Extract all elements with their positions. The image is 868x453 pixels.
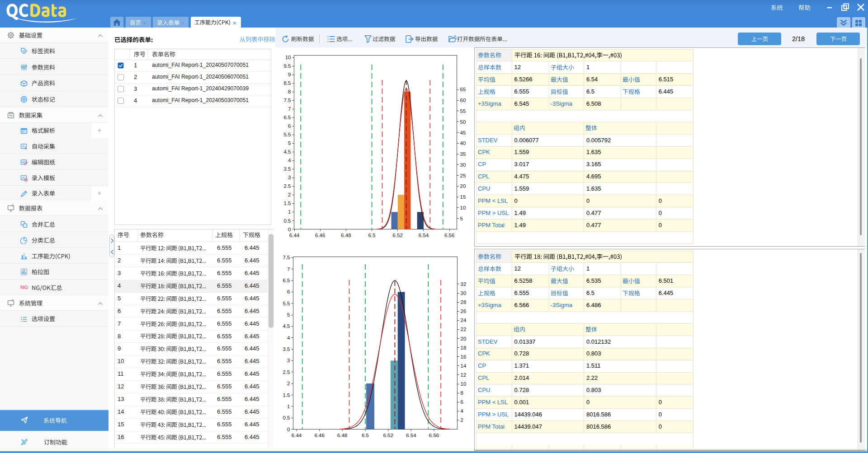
- svg-text:2: 2: [287, 381, 290, 386]
- svg-text:6: 6: [287, 289, 290, 294]
- svg-text:3.5: 3.5: [283, 346, 290, 352]
- svg-text:6.56: 6.56: [444, 233, 454, 238]
- svg-text:20: 20: [460, 183, 466, 189]
- svg-text:40: 40: [460, 140, 466, 146]
- svg-text:6: 6: [288, 123, 291, 129]
- svg-text:55: 55: [460, 108, 466, 114]
- svg-text:1.5: 1.5: [283, 392, 290, 398]
- svg-text:25: 25: [460, 173, 466, 178]
- svg-text:30: 30: [460, 162, 466, 168]
- svg-text:2: 2: [461, 417, 463, 423]
- svg-text:10: 10: [460, 205, 466, 210]
- svg-text:5: 5: [287, 312, 290, 318]
- svg-text:6.52: 6.52: [383, 433, 393, 438]
- svg-text:8: 8: [461, 390, 463, 396]
- svg-text:16: 16: [461, 354, 467, 360]
- svg-text:4.5: 4.5: [283, 323, 290, 329]
- svg-text:6.54: 6.54: [406, 433, 416, 438]
- svg-text:6.5: 6.5: [284, 115, 291, 120]
- svg-text:6.48: 6.48: [337, 433, 347, 438]
- svg-text:2.5: 2.5: [283, 369, 290, 375]
- svg-text:10: 10: [461, 381, 467, 387]
- svg-text:0.5: 0.5: [283, 415, 290, 420]
- svg-text:18: 18: [461, 345, 467, 350]
- svg-text:7.5: 7.5: [284, 98, 291, 103]
- svg-text:5.5: 5.5: [284, 132, 291, 137]
- svg-text:6: 6: [461, 399, 463, 405]
- svg-text:0.5: 0.5: [284, 218, 291, 224]
- svg-text:6.54: 6.54: [419, 233, 429, 238]
- svg-text:2: 2: [288, 192, 291, 197]
- svg-text:6.56: 6.56: [429, 433, 439, 438]
- svg-text:32: 32: [461, 281, 467, 287]
- svg-text:22: 22: [461, 327, 467, 332]
- svg-text:5: 5: [460, 216, 463, 221]
- svg-text:12: 12: [461, 372, 467, 378]
- svg-text:8.5: 8.5: [284, 80, 291, 86]
- svg-text:1: 1: [287, 404, 290, 409]
- svg-text:6.46: 6.46: [315, 433, 325, 438]
- svg-text:24: 24: [461, 318, 467, 323]
- svg-text:7: 7: [287, 266, 290, 272]
- svg-text:2.5: 2.5: [284, 183, 291, 189]
- svg-text:8: 8: [288, 89, 291, 94]
- svg-text:0: 0: [288, 227, 291, 232]
- svg-text:6.52: 6.52: [393, 233, 403, 238]
- svg-text:4: 4: [287, 335, 290, 341]
- svg-text:60: 60: [460, 98, 466, 103]
- svg-text:26: 26: [461, 308, 467, 314]
- svg-text:30: 30: [461, 290, 467, 296]
- svg-text:6.5: 6.5: [368, 233, 376, 238]
- svg-text:3: 3: [288, 175, 291, 180]
- svg-text:28: 28: [461, 299, 467, 305]
- svg-text:6.44: 6.44: [289, 233, 300, 238]
- svg-text:0: 0: [287, 427, 290, 432]
- svg-text:5.5: 5.5: [283, 301, 290, 306]
- svg-text:10: 10: [285, 55, 291, 60]
- svg-text:50: 50: [460, 119, 466, 125]
- svg-text:6.5: 6.5: [362, 433, 369, 438]
- svg-text:1.5: 1.5: [284, 201, 291, 206]
- svg-text:1: 1: [288, 209, 291, 215]
- svg-text:6.44: 6.44: [292, 433, 302, 438]
- svg-text:4.5: 4.5: [284, 149, 291, 154]
- svg-text:45: 45: [460, 130, 466, 135]
- svg-text:14: 14: [461, 363, 467, 369]
- svg-text:6.5: 6.5: [283, 278, 290, 283]
- svg-text:6.46: 6.46: [315, 233, 325, 238]
- svg-text:15: 15: [460, 194, 466, 200]
- svg-text:7.5: 7.5: [283, 255, 290, 260]
- svg-text:6.48: 6.48: [341, 233, 351, 238]
- svg-text:9.5: 9.5: [284, 63, 291, 69]
- svg-text:65: 65: [460, 87, 466, 92]
- svg-text:4: 4: [461, 408, 464, 414]
- svg-text:9: 9: [288, 72, 291, 77]
- svg-text:35: 35: [460, 151, 466, 157]
- svg-text:20: 20: [461, 336, 467, 341]
- svg-text:3: 3: [287, 358, 290, 363]
- svg-text:3.5: 3.5: [284, 166, 291, 172]
- svg-text:7: 7: [288, 106, 291, 112]
- svg-text:4: 4: [288, 158, 291, 163]
- svg-text:5: 5: [288, 140, 291, 146]
